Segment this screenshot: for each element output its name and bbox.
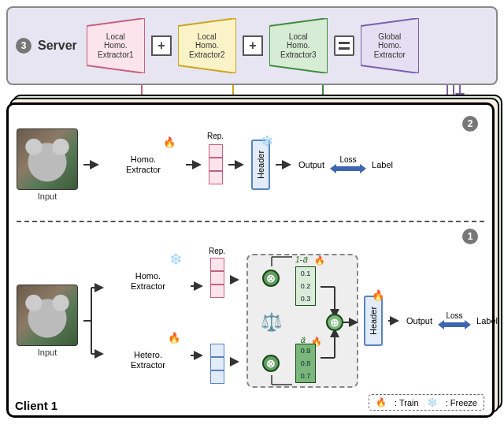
freeze-icon: ❄️ bbox=[427, 397, 438, 407]
client-name: Client 1 bbox=[15, 399, 57, 412]
hetero-extractor-bot: Hetero. Extractor 🔥 bbox=[111, 333, 185, 388]
client-stack: 2 Input Homo. Extractor 🔥 Rep. bbox=[6, 95, 498, 418]
train-icon: 🔥 bbox=[163, 137, 176, 149]
rep-vector-homo bbox=[210, 258, 224, 298]
freeze-icon: ❄️ bbox=[261, 135, 273, 147]
arrow bbox=[276, 160, 293, 169]
local-extractor-3: Local Homo. Extractor3 bbox=[269, 18, 328, 73]
equals-op bbox=[334, 35, 354, 56]
local-extractor-3-label: Local Homo. Extractor3 bbox=[280, 32, 317, 60]
alpha-cell: 0.1 bbox=[296, 267, 315, 280]
svg-marker-15 bbox=[330, 164, 366, 173]
local-extractor-2-label: Local Homo. Extractor2 bbox=[189, 32, 225, 60]
label-label-top: Label bbox=[372, 160, 393, 169]
arrow bbox=[228, 160, 246, 169]
train-icon: 🔥 bbox=[168, 333, 180, 344]
client-1-panel: 2 Input Homo. Extractor 🔥 Rep. bbox=[6, 102, 495, 418]
alpha-cell: 0.2 bbox=[296, 280, 315, 292]
train-icon: 🔥 bbox=[376, 397, 387, 407]
loss-arrow-bot: Loss bbox=[438, 311, 471, 329]
alpha-cell: 0.7 bbox=[296, 370, 315, 382]
server-panel: 3 Server Local Homo. Extractor1 + Local … bbox=[6, 6, 498, 85]
local-extractor-2: Local Homo. Extractor2 bbox=[178, 18, 236, 73]
label-label-bot: Label bbox=[476, 316, 498, 326]
arrow-pair-2 bbox=[230, 258, 241, 384]
local-extractor-1-label: Local Homo. Extractor1 bbox=[98, 32, 134, 60]
server-title: Server bbox=[38, 39, 77, 53]
stage-badge-1: 1 bbox=[462, 229, 478, 244]
arrow bbox=[83, 160, 101, 169]
alpha-hi-vector: 0.9 0.8 0.7 bbox=[295, 344, 316, 383]
header-block-top: Header ❄️ bbox=[251, 140, 270, 190]
branch-split bbox=[83, 258, 106, 384]
homo-extractor-bot-label: Homo. Extractor bbox=[131, 271, 165, 291]
header-label-bot: Header bbox=[369, 306, 378, 334]
alpha-lo-vector: 0.1 0.2 0.3 bbox=[295, 266, 316, 306]
legend: 🔥 : Train ❄️ : Freeze bbox=[369, 394, 484, 411]
input-image-top bbox=[17, 128, 78, 190]
global-extractor-label: Global Homo. Extractor bbox=[374, 32, 406, 60]
alpha-lo-label: 1-α⃗ bbox=[295, 255, 308, 264]
output-label-bot: Output bbox=[406, 316, 432, 326]
homo-extractor-bot: Homo. Extractor ❄️ bbox=[111, 254, 185, 309]
homo-extractor-top: Homo. Extractor 🔥 bbox=[106, 136, 180, 194]
stage-badge-2: 2 bbox=[462, 116, 478, 132]
freeze-icon: ❄️ bbox=[169, 254, 182, 266]
global-extractor: Global Homo. Extractor bbox=[361, 18, 419, 73]
arrow bbox=[388, 316, 401, 326]
rep-vector-top bbox=[209, 144, 223, 184]
arrow-pair bbox=[191, 258, 205, 384]
stage-2-row: 2 Input Homo. Extractor 🔥 Rep. bbox=[17, 111, 484, 218]
loss-label-bot: Loss bbox=[446, 311, 462, 320]
stage-1-row: 1 Input Homo. Extractor ❄️ Het bbox=[17, 224, 484, 412]
header-label-top: Header bbox=[256, 150, 265, 178]
plus-op-1: + bbox=[151, 35, 172, 56]
mix-box: ⊗ ⊗ ⚖️ 1-α⃗ 🔥 0.1 0.2 0.3 α⃗ 🔥 0.9 bbox=[246, 254, 358, 388]
stage-divider bbox=[17, 221, 484, 222]
input-label-bot: Input bbox=[38, 348, 57, 357]
input-label-top: Input bbox=[38, 192, 57, 201]
loss-label-top: Loss bbox=[339, 155, 356, 164]
legend-train-label: : Train bbox=[395, 398, 419, 407]
stage-badge-3: 3 bbox=[16, 38, 32, 54]
legend-freeze-label: : Freeze bbox=[446, 398, 477, 407]
rep-label-top: Rep. bbox=[207, 132, 224, 140]
arrow bbox=[186, 160, 203, 169]
plus-op-2: + bbox=[243, 35, 263, 56]
rep-label-bot: Rep. bbox=[209, 247, 225, 255]
rep-vector-hetero bbox=[210, 344, 224, 384]
homo-extractor-top-label: Homo. Extractor bbox=[126, 154, 161, 174]
alpha-cell: 0.8 bbox=[296, 357, 315, 370]
hetero-extractor-bot-label: Hetero. Extractor bbox=[131, 350, 165, 370]
local-extractor-1: Local Homo. Extractor1 bbox=[87, 18, 145, 73]
alpha-cell: 0.3 bbox=[296, 292, 315, 305]
output-label-top: Output bbox=[298, 160, 324, 169]
loss-arrow-top: Loss bbox=[330, 155, 366, 173]
svg-marker-38 bbox=[438, 320, 471, 329]
alpha-cell: 0.9 bbox=[296, 344, 315, 357]
balance-icon: ⚖️ bbox=[261, 312, 282, 333]
train-icon: 🔥 bbox=[372, 289, 384, 301]
input-image-bot bbox=[17, 285, 78, 346]
add-op: ⊕ bbox=[326, 314, 343, 331]
header-block-bot: Header 🔥 bbox=[364, 296, 383, 346]
